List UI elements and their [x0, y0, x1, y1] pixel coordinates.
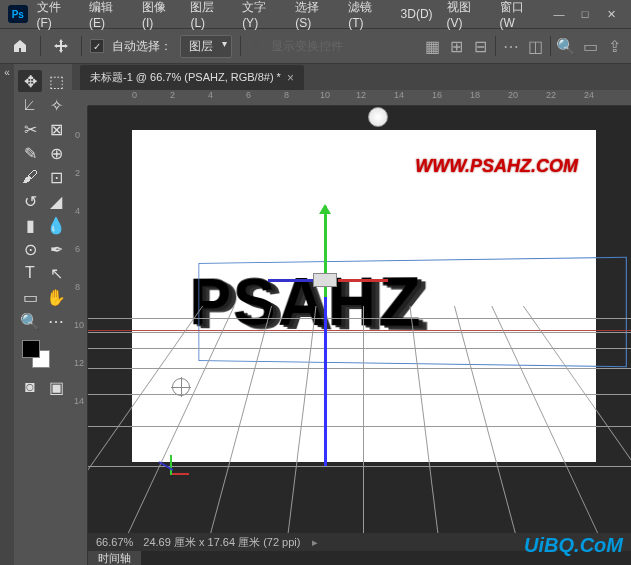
menu-window[interactable]: 窗口(W	[495, 0, 543, 32]
lasso-tool[interactable]: ⟀	[18, 94, 42, 116]
eyedropper-tool[interactable]: ✎	[18, 142, 42, 164]
more-icon[interactable]: ⋯	[502, 37, 520, 55]
menu-edit[interactable]: 编辑(E)	[84, 0, 133, 32]
zoom-tool[interactable]: 🔍	[18, 310, 42, 332]
maximize-button[interactable]: □	[573, 4, 597, 24]
watermark-url: WWW.PSAHZ.COM	[415, 156, 578, 177]
align-icon-1[interactable]: ▦	[423, 37, 441, 55]
hand-tool[interactable]: ✋	[44, 286, 68, 308]
doc-dimensions[interactable]: 24.69 厘米 x 17.64 厘米 (72 ppi)	[143, 535, 300, 550]
status-arrow-icon[interactable]: ▸	[312, 536, 318, 549]
mode-3d-icon[interactable]: ◫	[526, 37, 544, 55]
app-icon: Ps	[8, 5, 28, 23]
share-icon[interactable]: ⇪	[605, 37, 623, 55]
3d-axis-vertical[interactable]	[324, 206, 327, 466]
crop-tool[interactable]: ✂	[18, 118, 42, 140]
blur-tool[interactable]: 💧	[44, 214, 68, 236]
menu-type[interactable]: 文字(Y)	[237, 0, 286, 32]
wand-tool[interactable]: ✧	[44, 94, 68, 116]
ruler-corner	[72, 90, 88, 106]
menu-3d[interactable]: 3D(D)	[396, 5, 438, 23]
transform-label: 显示变换控件	[271, 38, 343, 55]
search-icon[interactable]: 🔍	[557, 37, 575, 55]
align-icon-3[interactable]: ⊟	[471, 37, 489, 55]
edit-toolbar[interactable]: ⋯	[44, 310, 68, 332]
minimize-button[interactable]: —	[547, 4, 571, 24]
menu-layer[interactable]: 图层(L)	[185, 0, 233, 32]
shape-tool[interactable]: ▭	[18, 286, 42, 308]
options-bar: ✓ 自动选择： 图层 显示变换控件 ▦ ⊞ ⊟ ⋯ ◫ 🔍 ▭ ⇪	[0, 28, 631, 64]
screenmode-tool[interactable]: ▣	[44, 376, 68, 398]
timeline-panel-tab[interactable]: 时间轴	[88, 551, 141, 565]
target-select[interactable]: 图层	[180, 35, 232, 58]
ruler-vertical[interactable]: 0 2 4 6 8 10 12 14	[72, 106, 88, 565]
frame-tool[interactable]: ⊠	[44, 118, 68, 140]
zoom-level[interactable]: 66.67%	[96, 536, 133, 548]
home-button[interactable]	[8, 34, 32, 58]
3d-ground-plane	[88, 306, 631, 535]
heal-tool[interactable]: ⊕	[44, 142, 68, 164]
canvas-viewport[interactable]: WWW.PSAHZ.COM PSAHZ	[88, 106, 631, 535]
title-bar: Ps 文件(F) 编辑(E) 图像(I) 图层(L) 文字(Y) 选择(S) 滤…	[0, 0, 631, 28]
history-brush-tool[interactable]: ↺	[18, 190, 42, 212]
close-button[interactable]: ✕	[599, 4, 623, 24]
menu-file[interactable]: 文件(F)	[32, 0, 80, 32]
menu-image[interactable]: 图像(I)	[137, 0, 181, 32]
brush-tool[interactable]: 🖌	[18, 166, 42, 188]
gradient-tool[interactable]: ▮	[18, 214, 42, 236]
menu-filter[interactable]: 滤镜(T)	[343, 0, 391, 32]
source-watermark: UiBQ.CoM	[524, 534, 623, 557]
color-swatches[interactable]	[22, 340, 52, 370]
3d-light-widget[interactable]	[368, 107, 388, 127]
tab-close-icon[interactable]: ×	[287, 71, 294, 85]
eraser-tool[interactable]: ◢	[44, 190, 68, 212]
ruler-horizontal[interactable]: 0 2 4 6 8 10 12 14 16 18 20 22 24	[88, 90, 631, 106]
menu-view[interactable]: 视图(V)	[442, 0, 491, 32]
mini-axes-widget[interactable]	[156, 453, 186, 483]
quickmask-tool[interactable]: ◙	[18, 376, 42, 398]
align-icon-2[interactable]: ⊞	[447, 37, 465, 55]
tools-panel: ✥ ⬚ ⟀ ✧ ✂ ⊠ ✎ ⊕ 🖌 ⊡ ↺ ◢ ▮ 💧 ⊙ ✒ T ↖ ▭ ✋ …	[14, 64, 72, 565]
auto-select-checkbox[interactable]: ✓	[90, 39, 104, 53]
marquee-tool[interactable]: ⬚	[44, 70, 68, 92]
move-tool-icon[interactable]	[49, 34, 73, 58]
panel-expand-strip[interactable]: «	[0, 64, 14, 565]
document-tab[interactable]: 未标题-1 @ 66.7% (PSAHZ, RGB/8#) * ×	[80, 65, 304, 90]
foreground-swatch[interactable]	[22, 340, 40, 358]
path-select-tool[interactable]: ↖	[44, 262, 68, 284]
document-tab-bar: 未标题-1 @ 66.7% (PSAHZ, RGB/8#) * ×	[72, 64, 631, 90]
type-tool[interactable]: T	[18, 262, 42, 284]
stamp-tool[interactable]: ⊡	[44, 166, 68, 188]
pen-tool[interactable]: ✒	[44, 238, 68, 260]
menu-select[interactable]: 选择(S)	[290, 0, 339, 32]
3d-axis-center[interactable]	[313, 273, 337, 287]
move-tool[interactable]: ✥	[18, 70, 42, 92]
auto-select-label: 自动选择：	[112, 38, 172, 55]
workspace-icon[interactable]: ▭	[581, 37, 599, 55]
dodge-tool[interactable]: ⊙	[18, 238, 42, 260]
document-tab-title: 未标题-1 @ 66.7% (PSAHZ, RGB/8#) *	[90, 70, 281, 85]
transform-checkbox[interactable]	[249, 39, 263, 53]
